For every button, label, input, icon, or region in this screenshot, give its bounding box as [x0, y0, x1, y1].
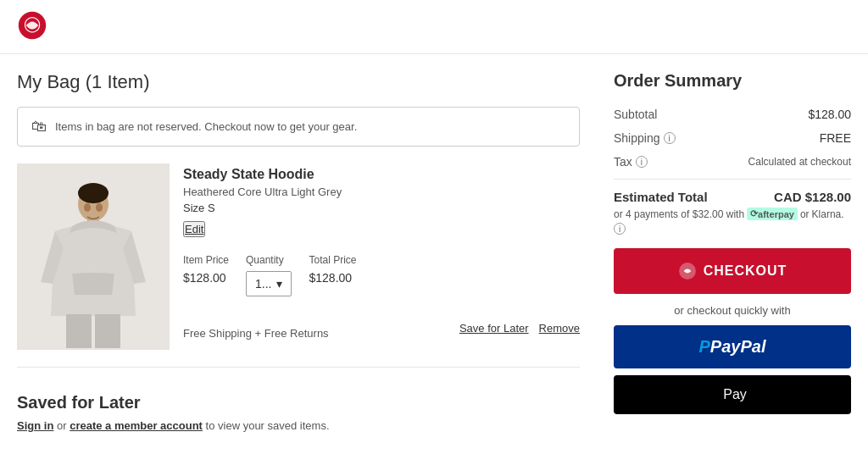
quantity-value: 1...	[255, 277, 271, 291]
subtotal-value: $128.00	[808, 108, 851, 121]
checkout-button[interactable]: CHECKOUT	[614, 248, 851, 294]
bag-item-count: (1 Item)	[86, 71, 150, 92]
edit-button[interactable]: Edit	[183, 221, 205, 237]
quantity-select[interactable]: 1... ▾	[246, 271, 292, 296]
shipping-label-text: Shipping	[614, 131, 660, 145]
saved-for-later-section: Saved for Later Sign in or create a memb…	[17, 393, 580, 432]
tax-label-text: Tax	[614, 155, 632, 169]
tax-value: Calculated at checkout	[748, 156, 851, 168]
item-price-col: Item Price $128.00	[183, 254, 229, 285]
svg-rect-6	[66, 314, 92, 348]
bag-title: My Bag (1 Item)	[17, 71, 580, 93]
svg-point-9	[96, 203, 103, 212]
estimated-total-row: Estimated Total CAD $128.00	[614, 190, 851, 204]
afterpay-icon: ⟳	[750, 208, 758, 219]
subtotal-row: Subtotal $128.00	[614, 108, 851, 121]
sign-in-link[interactable]: Sign in	[17, 419, 53, 432]
svg-rect-7	[95, 314, 120, 348]
product-size: Size S	[183, 202, 580, 214]
product-name: Steady State Hoodie	[183, 167, 580, 182]
shipping-value: FREE	[820, 131, 851, 145]
item-price-value: $128.00	[183, 271, 229, 285]
item-price-label: Item Price	[183, 254, 229, 266]
paypal-button[interactable]: P PayPal	[614, 325, 851, 368]
reservation-text: Items in bag are not reserved. Checkout …	[55, 120, 357, 133]
klarna-info-icon[interactable]: i	[614, 223, 626, 235]
svg-point-8	[84, 203, 91, 212]
pricing-row: Item Price $128.00 Quantity 1... ▾ Total…	[183, 254, 580, 296]
apple-pay-label: Pay	[723, 387, 747, 402]
cart-item: Steady State Hoodie Heathered Core Ultra…	[17, 163, 580, 368]
order-summary-sidebar: Order Summary Subtotal $128.00 Shipping …	[614, 71, 851, 432]
estimated-total-label: Estimated Total	[614, 190, 708, 204]
summary-divider	[614, 179, 851, 180]
installments-or: or	[800, 208, 810, 220]
item-footer: Free Shipping + Free Returns Save for La…	[183, 313, 580, 340]
apple-pay-button[interactable]: Pay	[614, 375, 851, 414]
tax-row: Tax i Calculated at checkout	[614, 155, 851, 169]
main-content: My Bag (1 Item) 🛍 Items in bag are not r…	[17, 71, 580, 432]
shipping-row: Shipping i FREE	[614, 131, 851, 145]
product-image	[17, 163, 170, 350]
bag-icon: 🛍	[31, 118, 47, 136]
paypal-label: PayPal	[710, 337, 766, 357]
reservation-notice: 🛍 Items in bag are not reserved. Checkou…	[17, 107, 580, 147]
save-for-later-button[interactable]: Save for Later	[459, 322, 529, 335]
lululemon-logo[interactable]: ◯	[17, 10, 47, 41]
paypal-icon: P	[699, 337, 710, 357]
svg-point-4	[78, 183, 108, 203]
tax-info-icon[interactable]: i	[636, 156, 648, 168]
shipping-label: Shipping i	[614, 131, 676, 145]
shipping-returns-text: Free Shipping + Free Returns	[183, 327, 329, 340]
subtotal-label: Subtotal	[614, 108, 657, 121]
or-checkout-text: or checkout quickly with	[614, 304, 851, 317]
product-color: Heathered Core Ultra Light Grey	[183, 185, 580, 198]
page-container: My Bag (1 Item) 🛍 Items in bag are not r…	[0, 54, 868, 449]
order-summary-title: Order Summary	[614, 71, 851, 91]
saved-for-later-text: Sign in or create a member account to vi…	[17, 419, 580, 432]
estimated-total-value: CAD $128.00	[774, 190, 851, 204]
tax-label: Tax i	[614, 155, 648, 169]
bag-title-text: My Bag	[17, 71, 81, 92]
create-account-link[interactable]: create a member account	[70, 419, 203, 432]
remove-button[interactable]: Remove	[539, 322, 580, 335]
afterpay-label: afterpay	[758, 209, 794, 219]
or-text: or	[57, 419, 67, 432]
klarna-label: Klarna.	[812, 208, 844, 220]
installments-text: or 4 payments of $32.00 with ⟳ afterpay …	[614, 208, 851, 235]
checkout-logo-icon	[678, 262, 697, 280]
checkout-label: CHECKOUT	[704, 263, 787, 279]
chevron-down-icon: ▾	[276, 277, 282, 291]
afterpay-badge: ⟳ afterpay	[747, 208, 798, 220]
saved-suffix: to view your saved items.	[206, 419, 330, 432]
action-links: Save for Later Remove	[459, 322, 580, 335]
total-price-label: Total Price	[309, 254, 356, 266]
quantity-label: Quantity	[246, 254, 292, 266]
product-image-svg	[17, 163, 170, 350]
installments-prefix: or 4 payments of $32.00 with	[614, 208, 744, 220]
quantity-col: Quantity 1... ▾	[246, 254, 292, 296]
saved-for-later-title: Saved for Later	[17, 393, 580, 412]
total-price-value: $128.00	[309, 271, 356, 285]
shipping-info-icon[interactable]: i	[664, 132, 676, 144]
total-price-col: Total Price $128.00	[309, 254, 356, 285]
item-details: Steady State Hoodie Heathered Core Ultra…	[183, 163, 580, 350]
header: ◯	[0, 0, 868, 54]
